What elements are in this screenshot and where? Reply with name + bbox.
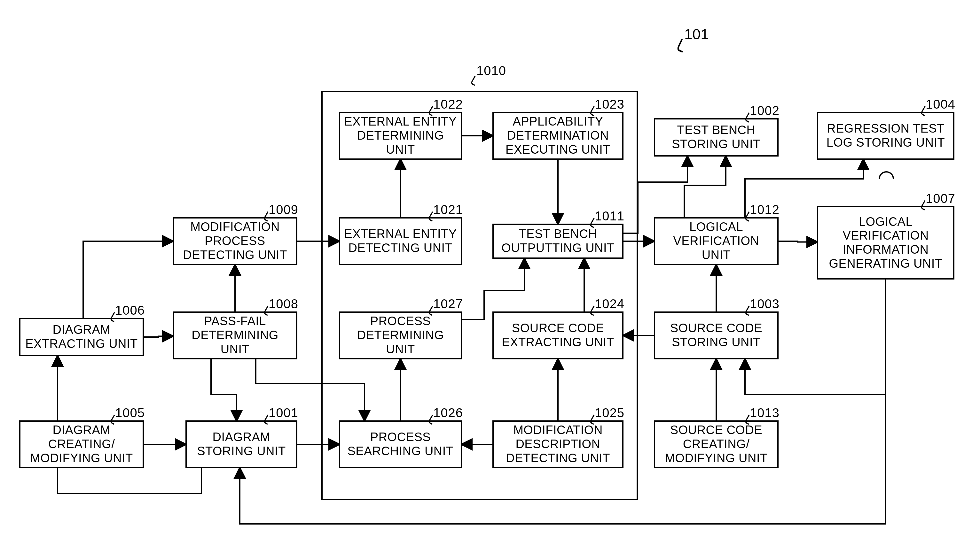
ref-1010: 1010 (477, 63, 506, 78)
ref-1001: 1001 (269, 406, 298, 420)
ref-1013: 1013 (750, 406, 779, 420)
ref-1007: 1007 (926, 192, 955, 206)
block-1009: MODIFICATION PROCESS DETECTING UNIT (173, 217, 298, 265)
ref-1003: 1003 (750, 297, 779, 311)
ref-1025: 1025 (595, 406, 624, 420)
block-1005: DIAGRAM CREATING/ MODIFYING UNIT (19, 420, 144, 468)
block-1013: SOURCE CODE CREATING/ MODIFYING UNIT (654, 420, 779, 468)
ref-1002: 1002 (750, 103, 779, 118)
ref-1024: 1024 (595, 297, 624, 311)
block-1007: LOGICAL VERIFICATION INFORMATION GENERAT… (817, 206, 955, 280)
block-1008: PASS-FAIL DETERMINING UNIT (173, 312, 298, 359)
ref-1008: 1008 (269, 297, 298, 311)
ref-1023: 1023 (595, 97, 624, 112)
block-1026: PROCESS SEARCHING UNIT (339, 420, 462, 468)
block-1025: MODIFICATION DESCRIPTION DETECTING UNIT (492, 420, 624, 468)
ref-1005: 1005 (115, 406, 145, 420)
block-1023: APPLICABILITY DETERMINATION EXECUTING UN… (492, 112, 624, 160)
ref-1026: 1026 (433, 406, 463, 420)
diagram-stage: 1010 ╯ 101 ╰ DIAGRAM CREATING/ MODIFYING… (0, 0, 980, 560)
ref-1004: 1004 (926, 97, 955, 112)
ref-1009: 1009 (269, 203, 298, 217)
block-1027: PROCESS DETERMINING UNIT (339, 312, 462, 359)
block-1004: REGRESSION TEST LOG STORING UNIT (817, 112, 955, 160)
block-1002: TEST BENCH STORING UNIT (654, 118, 779, 157)
block-1012: LOGICAL VERIFICATION UNIT (654, 217, 779, 265)
system-ref: 101 (684, 25, 709, 43)
block-1024: SOURCE CODE EXTRACTING UNIT (492, 312, 624, 359)
block-1022: EXTERNAL ENTITY DETERMINING UNIT (339, 112, 462, 160)
block-1001: DIAGRAM STORING UNIT (186, 420, 298, 468)
ref-1021: 1021 (433, 203, 463, 217)
block-1003: SOURCE CODE STORING UNIT (654, 312, 779, 359)
block-1006: DIAGRAM EXTRACTING UNIT (19, 318, 144, 356)
ref-1027: 1027 (433, 297, 463, 311)
block-1021: EXTERNAL ENTITY DETECTING UNIT (339, 217, 462, 265)
block-1011: TEST BENCH OUTPUTTING UNIT (492, 223, 624, 259)
ref-1006: 1006 (115, 303, 145, 318)
ref-1011: 1011 (595, 209, 624, 223)
ref-1022: 1022 (433, 97, 463, 112)
ref-1012: 1012 (750, 203, 779, 217)
